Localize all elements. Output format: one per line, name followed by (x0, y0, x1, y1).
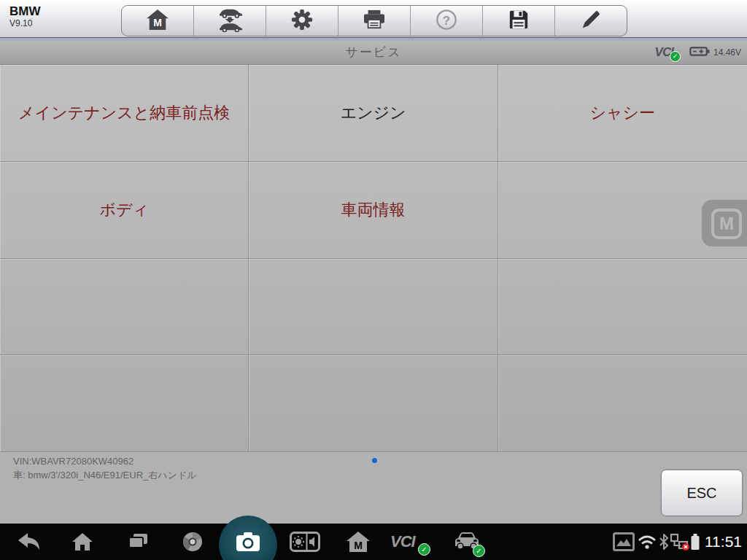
gallery-status (613, 532, 635, 554)
maxisys-home-button[interactable]: M (346, 531, 371, 556)
vehicle-text: 車: bmw/3'/320i_N46/E91/EUR_右ハンドル (13, 468, 197, 482)
brightness-volume-icon (290, 532, 320, 555)
vci-status: VCI ✓ (655, 45, 679, 60)
menu-cell-empty (0, 259, 249, 356)
floating-m-shortcut[interactable]: M (702, 200, 747, 246)
car-icon: ✓ (452, 531, 482, 556)
vehicle-identity: VIN:WBAVR72080KW40962 車: bmw/3'/320i_N46… (13, 454, 197, 482)
esc-button[interactable]: ESC (661, 470, 743, 516)
recent-apps-button[interactable] (128, 532, 150, 554)
menu-cell-body[interactable]: ボディ (0, 162, 249, 259)
ethernet-error-icon (670, 533, 690, 553)
software-version: V9.10 (9, 19, 40, 28)
camera-icon (235, 531, 261, 556)
home-m-icon: M (145, 9, 170, 34)
android-nav-icons: M VCI ✓ ✓ (0, 524, 747, 560)
help-button[interactable]: ? (411, 6, 483, 36)
menu-cell-empty (249, 259, 498, 356)
menu-cell-empty (0, 355, 249, 452)
home-icon (71, 532, 93, 554)
browser-button[interactable] (182, 531, 204, 556)
bluetooth-status (659, 534, 669, 553)
battery-status: 14.46V (689, 46, 741, 60)
vci-label: VCI (390, 532, 415, 551)
battery-icon (689, 46, 710, 60)
network-status (670, 533, 690, 553)
recents-icon (128, 532, 150, 554)
menu-cell-empty (498, 355, 747, 452)
menu-cell-empty (498, 259, 747, 356)
gallery-icon (613, 532, 635, 554)
vehicle-info-footer: VIN:WBAVR72080KW40962 車: bmw/3'/320i_N46… (0, 452, 747, 524)
vehicle-connection-button[interactable]: ✓ (452, 531, 482, 556)
check-icon: ✓ (473, 545, 485, 557)
svg-text:?: ? (443, 13, 450, 27)
menu-cell-empty (249, 355, 498, 452)
battery-voltage: 14.46V (713, 47, 741, 58)
screenshot-camera-button[interactable] (235, 531, 261, 556)
settings-button[interactable] (266, 6, 338, 36)
clock: 11:51 (705, 524, 742, 560)
printer-icon (362, 9, 387, 33)
top-bar: BMW V9.10 M (0, 0, 747, 38)
check-icon: ✓ (670, 51, 681, 62)
bluetooth-icon (659, 534, 669, 553)
vin-text: VIN:WBAVR72080KW40962 (13, 454, 197, 468)
home-button[interactable]: M (122, 6, 194, 36)
android-home-button[interactable] (71, 532, 93, 554)
battery-level-icon (690, 533, 700, 553)
status-cluster: VCI ✓ 14.46V (655, 41, 741, 64)
menu-cell-vehicle-info[interactable]: 車両情報 (249, 162, 498, 259)
battery-status-bar (690, 533, 700, 553)
screen: BMW V9.10 M (0, 0, 747, 560)
toolbar: M (121, 5, 627, 36)
back-arrow-icon (17, 532, 42, 554)
edit-button[interactable] (555, 6, 627, 36)
svg-text:M: M (153, 17, 162, 28)
vehicle-swap-button[interactable] (194, 6, 266, 36)
service-menu-grid: メインテナンスと納車前点検 エンジン シャシー ボディ 車両情報 (0, 65, 747, 452)
m-house-icon: M (346, 531, 371, 556)
save-button[interactable] (483, 6, 555, 36)
svg-text:M: M (354, 540, 363, 551)
page-title: サービス (0, 41, 747, 64)
brand-name: BMW (9, 5, 40, 19)
menu-cell-maintenance[interactable]: メインテナンスと納車前点検 (0, 65, 249, 162)
menu-cell-engine[interactable]: エンジン (249, 65, 498, 162)
m-logo-icon: M (711, 209, 742, 239)
pencil-icon (580, 9, 602, 34)
save-icon (508, 9, 530, 34)
wifi-icon (638, 534, 657, 552)
vehicle-swap-icon (215, 7, 244, 35)
section-header: サービス VCI ✓ 14.46V (0, 41, 747, 65)
print-button[interactable] (338, 6, 411, 36)
page-indicator-dot (372, 458, 377, 463)
help-icon: ? (436, 9, 457, 34)
vehicle-brand: BMW V9.10 (9, 5, 40, 28)
wifi-status (638, 534, 657, 552)
vci-shortcut-button[interactable]: VCI ✓ (390, 524, 415, 560)
gear-icon (290, 8, 314, 34)
back-button[interactable] (17, 532, 42, 554)
menu-cell-chassis[interactable]: シャシー (498, 65, 747, 162)
display-settings-button[interactable] (290, 532, 320, 555)
chrome-icon (182, 531, 204, 556)
check-icon: ✓ (418, 543, 430, 556)
